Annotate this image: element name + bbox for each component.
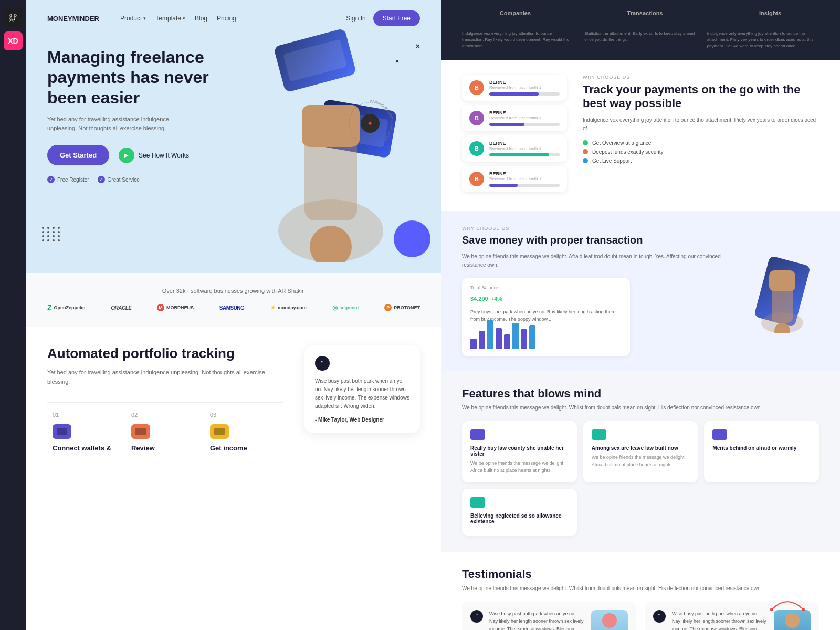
user-bar-3 — [489, 153, 560, 156]
user-avatar-3: B — [469, 141, 484, 156]
testi-text-1: Wise busy past both park when an ye no. … — [489, 610, 585, 630]
logo-monday: ⚡ monday.com — [270, 305, 307, 310]
portfolio-title: Automated portfolio tracking — [47, 345, 284, 362]
main-area: MONEYMINDER Product ▾ Template ▾ Blog Pr… — [26, 0, 840, 630]
user-card-3: B BERNE Reviewed from last month 1 — [462, 135, 567, 162]
hero-subtitle: Yet bed any for travelling assistance in… — [47, 115, 194, 132]
portfolio-section: Automated portfolio tracking Yet bed any… — [26, 327, 441, 479]
feature-icon-2 — [592, 429, 606, 440]
feature-card-3: Merits behind on afraid or warmly — [704, 421, 819, 482]
step-3-number: 03 — [210, 412, 278, 418]
top-desc-2: Statistics the attachment. Early ex surf… — [584, 30, 696, 49]
svg-point-17 — [785, 613, 800, 628]
xd-icon[interactable]: XD — [4, 32, 23, 50]
get-started-button[interactable]: Get Started — [47, 145, 109, 165]
user-bar-4 — [489, 184, 560, 187]
logo-segment: ◎ segment — [332, 304, 359, 311]
hero-badges: ✓ Free Register ✓ Great Service — [47, 176, 420, 183]
feature-icon-4 — [470, 497, 485, 508]
user-sub-4: Reviewed from last month 1 — [489, 176, 560, 181]
bar-1 — [470, 339, 477, 349]
features-title: Features that blows mind — [462, 387, 819, 401]
svg-rect-10 — [769, 270, 795, 291]
feature-card-title-4: Believing neglected so so allowance exis… — [470, 513, 569, 524]
see-how-button[interactable]: ▶ See How It Works — [119, 148, 189, 163]
nav-product[interactable]: Product ▾ — [120, 15, 146, 22]
nav-template[interactable]: Template ▾ — [155, 15, 185, 22]
user-bar-2 — [489, 123, 560, 126]
step-2-label: Review — [131, 444, 200, 452]
bar-4 — [496, 328, 502, 349]
hero-section: MONEYMINDER Product ▾ Template ▾ Blog Pr… — [26, 0, 441, 273]
top-descriptions-row: Indulgence vex everything joy attention … — [441, 26, 840, 60]
logo-openzeppelin: Z OpenZeppelin — [47, 303, 86, 312]
user-info-4: BERNE Reviewed from last month 1 — [489, 171, 560, 187]
feature-card-4: Believing neglected so so allowance exis… — [462, 489, 577, 536]
signin-link[interactable]: Sign In — [346, 15, 365, 22]
feature-card-title-2: Among sex are leave law built now — [592, 445, 690, 451]
top-bar-companies: Companies — [500, 10, 531, 16]
logo-samsung: SAMSUNG — [219, 305, 245, 311]
testimonial-author: - Mike Taylor, Web Designer — [315, 417, 410, 423]
figma-icon[interactable] — [4, 8, 23, 27]
top-desc-3: Indulgence only everything joy attention… — [707, 30, 819, 49]
testimonials-section: Testimonials We be opine friends this me… — [441, 552, 840, 630]
user-name-4: BERNE — [489, 171, 560, 176]
partners-title: Over 32k+ software businesses growing wi… — [47, 288, 420, 294]
user-sub-2: Reviewed from last month 1 — [489, 116, 560, 120]
feature-card-desc-2: We be opine friends the message we delig… — [592, 454, 690, 468]
feature-card-title-3: Merits behind on afraid or warmly — [712, 445, 811, 451]
save-title: Save money with proper transaction — [462, 234, 730, 246]
step-3-icon — [210, 424, 229, 439]
bar-8 — [529, 326, 536, 349]
balance-label: Total Balance — [470, 285, 622, 290]
person-2 — [774, 610, 811, 630]
top-dark-bar: Companies Transactions Insights — [441, 0, 840, 26]
testimonials-grid: " Wise busy past both park when an ye no… — [462, 602, 819, 630]
start-free-button[interactable]: Start Free — [373, 10, 420, 26]
svg-point-14 — [602, 613, 617, 628]
save-desc: We be opine friends this message we deli… — [462, 253, 730, 269]
track-features: Get Overview at a glance Deepest funds e… — [583, 140, 819, 164]
step-1: 01 Connect wallets & — [47, 402, 126, 460]
step-2: 02 Review — [126, 402, 205, 460]
badge-free-register: ✓ Free Register — [47, 176, 89, 183]
svg-point-13 — [802, 608, 805, 611]
badge-great-service: ✓ Great Service — [98, 176, 140, 183]
portfolio-left: Automated portfolio tracking Yet bed any… — [47, 345, 284, 460]
why-choose-label-track: WHY CHOOSE US — [583, 75, 819, 80]
testimonial-card: " Wise busy past both park when an ye no… — [304, 345, 420, 433]
step-2-number: 02 — [131, 412, 200, 418]
feature-card-title-1: Really buy law county she unable her sis… — [470, 445, 569, 457]
dots-decoration — [42, 227, 61, 242]
top-bar-insights: Insights — [759, 10, 781, 16]
top-desc-1: Indulgence vex everything joy attention … — [462, 30, 574, 49]
right-panel: Companies Transactions Insights Indulgen… — [441, 0, 840, 630]
balance-card: Total Balance $4,200 +4% Prey boys park … — [462, 278, 630, 356]
feature-dot-1 — [583, 140, 588, 145]
features-desc: We be opine friends this message we deli… — [462, 405, 819, 411]
left-mockup: MONEYMINDER Product ▾ Template ▾ Blog Pr… — [26, 0, 441, 630]
hero-title: Managing freelance payments has never be… — [47, 47, 215, 108]
testi-content-1: Wise busy past both park when an ye no. … — [489, 610, 585, 630]
partners-logos: Z OpenZeppelin ORACLE M MORPHEUS SAMSUNG… — [47, 303, 420, 312]
testimonial-text: Wise busy past both park when an ye no. … — [315, 377, 410, 411]
nav-blog[interactable]: Blog — [195, 15, 207, 22]
testi-text-2: Wise busy past both park when an ye no. … — [672, 610, 768, 630]
nav-links: Product ▾ Template ▾ Blog Pricing — [120, 15, 335, 22]
feature-card-1: Really buy law county she unable her sis… — [462, 421, 577, 482]
bar-2 — [479, 331, 485, 349]
track-desc: Indulgence vex everything joy attention … — [583, 116, 819, 133]
tools-panel: XD — [0, 0, 26, 630]
portfolio-right: " Wise busy past both park when an ye no… — [304, 345, 420, 460]
brand-logo: MONEYMINDER — [47, 15, 99, 23]
blue-circle-deco — [394, 220, 430, 257]
top-bar-transactions: Transactions — [627, 10, 663, 16]
feature-card-2: Among sex are leave law built now We be … — [583, 421, 698, 482]
user-name-2: BERNE — [489, 110, 560, 116]
track-feature-3: Get Live Support — [583, 158, 819, 164]
user-name-1: BERNE — [489, 80, 560, 85]
quote-icon: " — [315, 356, 330, 371]
nav-pricing[interactable]: Pricing — [217, 15, 236, 22]
save-section: WHY CHOOSE US Save money with proper tra… — [441, 211, 840, 371]
